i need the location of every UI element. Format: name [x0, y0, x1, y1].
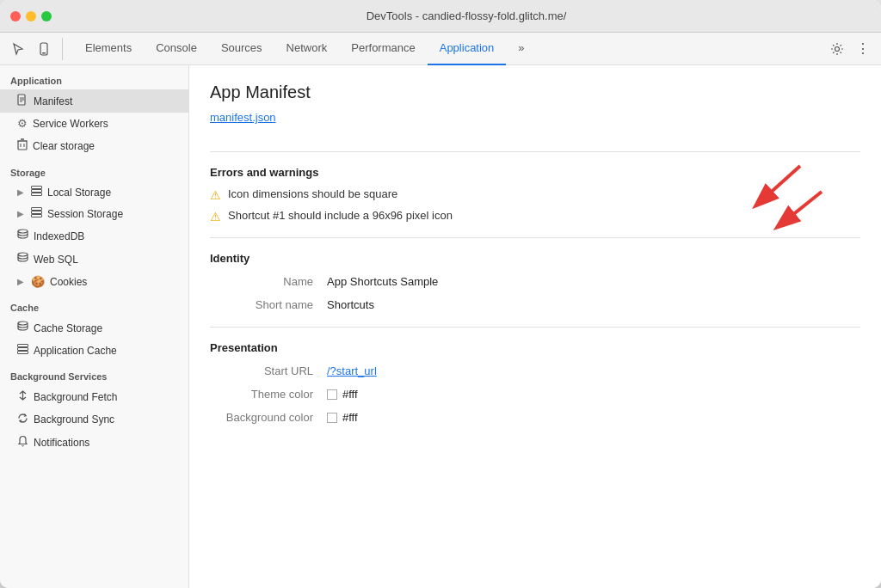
svg-rect-22: [18, 348, 28, 351]
manifest-icon: [17, 94, 28, 108]
close-button[interactable]: [10, 11, 21, 21]
error-text-2: Shortcut #1 should include a 96x96 pixel…: [228, 209, 453, 222]
service-workers-label: Service Workers: [33, 118, 108, 130]
web-sql-label: Web SQL: [34, 254, 78, 266]
maximize-button[interactable]: [41, 11, 52, 21]
sidebar-item-service-workers[interactable]: ⚙ Service Workers: [0, 113, 188, 134]
name-label: Name: [210, 273, 313, 290]
warning-icon-2: ⚠: [210, 210, 221, 224]
start-url-value: /?start_url: [327, 363, 860, 379]
divider-2: [210, 237, 860, 238]
presentation-section: Presentation Start URL /?start_url Theme…: [210, 341, 860, 426]
presentation-heading: Presentation: [210, 341, 860, 354]
svg-rect-14: [32, 193, 42, 196]
theme-color-label: Theme color: [210, 386, 313, 402]
svg-rect-16: [32, 211, 42, 214]
sidebar-item-local-storage[interactable]: ▶ Local Storage: [0, 181, 188, 203]
tab-more[interactable]: »: [506, 33, 536, 65]
tab-elements[interactable]: Elements: [73, 33, 144, 65]
background-sync-label: Background Sync: [34, 413, 114, 426]
more-options-icon[interactable]: ⋮: [852, 38, 874, 60]
short-name-label: Short name: [210, 297, 313, 313]
cookies-label: Cookies: [50, 276, 87, 288]
session-storage-label: Session Storage: [47, 208, 123, 220]
errors-heading: Errors and warnings: [210, 166, 860, 179]
content-area: App Manifest manifest.json Errors and wa…: [189, 65, 881, 588]
toolbar-right: ⋮: [826, 38, 874, 60]
presentation-table: Start URL /?start_url Theme color #fff B…: [210, 363, 860, 426]
sidebar-section-application: Application: [0, 65, 188, 89]
svg-point-18: [18, 230, 28, 233]
divider-1: [210, 151, 860, 152]
tab-network[interactable]: Network: [274, 33, 340, 65]
toolbar-icons: [7, 38, 63, 60]
cursor-icon[interactable]: [7, 38, 29, 60]
svg-rect-23: [18, 352, 28, 354]
expand-arrow-icon: ▶: [17, 187, 24, 197]
sidebar-item-web-sql[interactable]: Web SQL: [0, 248, 188, 271]
bg-color-value: #fff: [327, 409, 860, 426]
clear-storage-icon: [17, 138, 28, 153]
clear-storage-label: Clear storage: [33, 140, 95, 152]
theme-color-value: #fff: [327, 386, 860, 402]
sidebar-item-session-storage[interactable]: ▶ Session Storage: [0, 203, 188, 224]
tab-application[interactable]: Application: [428, 33, 507, 65]
svg-rect-17: [32, 215, 42, 217]
sidebar-item-clear-storage[interactable]: Clear storage: [0, 134, 188, 157]
cache-storage-label: Cache Storage: [34, 322, 102, 334]
application-cache-icon: [17, 344, 28, 357]
sidebar-item-background-fetch[interactable]: Background Fetch: [0, 385, 188, 408]
sidebar-item-manifest[interactable]: Manifest: [0, 89, 188, 113]
sidebar-item-application-cache[interactable]: Application Cache: [0, 340, 188, 361]
svg-point-2: [835, 46, 840, 51]
sidebar-item-indexeddb[interactable]: IndexedDB: [0, 224, 188, 248]
start-url-link[interactable]: /?start_url: [327, 364, 377, 377]
tab-console[interactable]: Console: [144, 33, 209, 65]
errors-section: Errors and warnings ⚠ Icon dimensions sh…: [210, 166, 860, 224]
sidebar-item-notifications[interactable]: Notifications: [0, 431, 188, 454]
theme-color-text: #fff: [342, 388, 358, 401]
cookies-icon: 🍪: [31, 275, 45, 288]
bg-color-swatch: [327, 413, 337, 423]
error-item-1: ⚠ Icon dimensions should be square: [210, 187, 860, 202]
indexeddb-label: IndexedDB: [34, 230, 84, 242]
expand-arrow-icon: ▶: [17, 277, 24, 286]
mobile-icon[interactable]: [33, 38, 55, 60]
expand-arrow-icon: ▶: [17, 209, 24, 218]
local-storage-icon: [31, 186, 42, 199]
background-fetch-label: Background Fetch: [34, 391, 117, 403]
service-workers-icon: ⚙: [17, 117, 28, 130]
main-area: Application Manifest ⚙ Service Workers: [0, 65, 881, 588]
settings-icon[interactable]: [826, 38, 848, 60]
svg-rect-13: [32, 190, 42, 193]
manifest-label: Manifest: [34, 95, 72, 107]
error-text-1: Icon dimensions should be square: [228, 187, 397, 200]
application-cache-label: Application Cache: [34, 345, 117, 357]
tab-sources[interactable]: Sources: [209, 33, 274, 65]
sidebar-item-cookies[interactable]: ▶ 🍪 Cookies: [0, 271, 188, 292]
manifest-link[interactable]: manifest.json: [210, 111, 276, 124]
devtools-window: DevTools - candied-flossy-fold.glitch.me…: [0, 0, 881, 588]
sidebar-item-background-sync[interactable]: Background Sync: [0, 408, 188, 431]
cache-storage-icon: [17, 321, 28, 335]
svg-rect-21: [18, 345, 28, 347]
sidebar: Application Manifest ⚙ Service Workers: [0, 65, 189, 588]
svg-point-19: [18, 253, 28, 256]
theme-color-swatch: [327, 389, 337, 400]
local-storage-label: Local Storage: [47, 187, 111, 199]
divider-3: [210, 327, 860, 328]
page-title: App Manifest: [210, 83, 860, 102]
notifications-icon: [17, 435, 28, 450]
short-name-value: Shortcuts: [327, 297, 860, 313]
name-value: App Shortcuts Sample: [327, 273, 860, 290]
session-storage-icon: [31, 207, 42, 220]
sidebar-section-storage: Storage: [0, 157, 188, 181]
window-title: DevTools - candied-flossy-fold.glitch.me…: [62, 9, 871, 22]
warning-icon-1: ⚠: [210, 188, 221, 202]
tab-list: Elements Console Sources Network Perform…: [73, 33, 822, 65]
svg-rect-12: [32, 187, 42, 189]
background-fetch-icon: [17, 389, 28, 404]
sidebar-item-cache-storage[interactable]: Cache Storage: [0, 316, 188, 340]
tab-performance[interactable]: Performance: [339, 33, 427, 65]
minimize-button[interactable]: [26, 11, 36, 21]
